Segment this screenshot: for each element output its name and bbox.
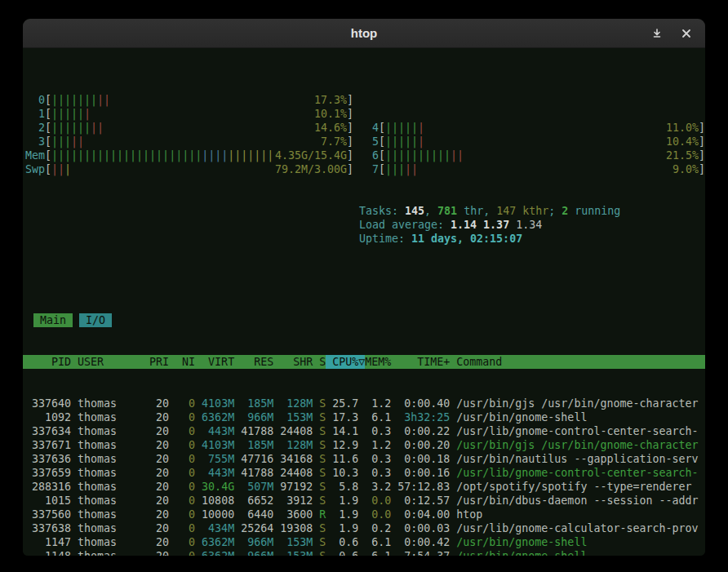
cell-ni: 0 <box>169 397 195 410</box>
meter-pipe-group: |||||||||| <box>385 149 451 162</box>
summary-segment: 1.34 <box>516 219 542 231</box>
meter-bar: |||||7.7% <box>51 135 347 149</box>
process-row[interactable]: 337634thomas200443M4178824408S14.10.30:0… <box>23 424 705 438</box>
cpu-1-meter: 1[||||||10.1%] <box>23 107 353 121</box>
header-user[interactable]: USER <box>78 355 143 369</box>
tab-io[interactable]: I/O <box>79 313 112 327</box>
cell-ni: 0 <box>169 508 195 521</box>
process-table-header: PIDUSERPRINIVIRTRESSHRSCPU%▽MEM%TIME+Com… <box>23 355 705 369</box>
process-row[interactable]: 337636thomas200755M4771634168S11.60.30:0… <box>23 452 705 466</box>
meter-bracket-open: [ <box>45 149 51 162</box>
cell-cpu-pct: 25.7 <box>326 397 358 410</box>
cell-res: 185M <box>234 438 273 452</box>
cell-pid: 337560 <box>25 508 71 521</box>
summary-area: Tasks: 145, 781 thr, 147 kthr; 2 running… <box>357 204 705 246</box>
header-s[interactable]: S <box>313 355 326 369</box>
header-pid[interactable]: PID <box>25 355 71 369</box>
cell-ni: 0 <box>169 452 195 466</box>
cell-state: S <box>313 480 326 494</box>
htop-screen: 0[|||||||||17.3%]1[||||||10.1%]2[|||||||… <box>23 48 705 556</box>
minimize-icon[interactable] <box>650 26 664 41</box>
process-row[interactable]: 337640thomas2004103M185M128MS25.71.20:00… <box>23 397 705 410</box>
cell-user: thomas <box>78 494 143 508</box>
process-row[interactable]: 288316thomas20030.4G507M97192S5.83.257:1… <box>23 480 705 494</box>
summary-segment: Uptime: <box>359 233 411 245</box>
cell-pri: 20 <box>143 466 169 480</box>
process-row[interactable]: 1147thomas2006362M966M153MS0.66.10:00.42… <box>23 535 705 549</box>
cell-shr: 24408 <box>273 466 313 480</box>
cell-command: /opt/spotify/spotify --type=renderer <box>456 480 700 494</box>
process-row[interactable]: 1015thomas2001080866523912S1.90.00:12.57… <box>23 494 705 508</box>
cell-command: /usr/bin/gjs /usr/bin/gnome-character <box>456 438 700 452</box>
cell-shr: 128M <box>273 438 313 452</box>
cpu-4-meter: 4[||||||11.0%] <box>357 121 705 135</box>
header-shr[interactable]: SHR <box>273 355 313 369</box>
cell-pri: 20 <box>143 424 169 438</box>
meter-pipe-group: || <box>51 163 64 175</box>
meter-pipes: ||||||||||||||||||||||||||||||||||||||| <box>51 149 306 162</box>
cell-res: 185M <box>234 397 273 410</box>
cell-res: 47716 <box>234 452 273 466</box>
meters-right-column: 4[||||||11.0%]5[||||||10.4%]6[||||||||||… <box>357 93 705 273</box>
process-table: 337640thomas2004103M185M128MS25.71.20:00… <box>23 397 705 556</box>
cell-cpu-pct: 0.6 <box>326 535 358 549</box>
header-cpu[interactable]: CPU%▽ <box>326 355 365 369</box>
cpu-5-meter: 5[||||||10.4%] <box>357 135 705 149</box>
cell-time: 0:00.18 <box>391 452 450 466</box>
process-row[interactable]: 337671thomas2004103M185M128MS12.91.20:00… <box>23 438 705 452</box>
header-mem[interactable]: MEM% <box>365 355 391 369</box>
process-row[interactable]: 1148thomas2006362M966M153MS0.66.17:54.37… <box>23 549 705 556</box>
meter-bracket-open: [ <box>379 162 385 176</box>
summary-segment: thr <box>457 205 483 217</box>
cell-shr: 34168 <box>273 452 313 466</box>
cell-time: 3h32:25 <box>391 410 450 424</box>
close-icon[interactable] <box>679 26 694 41</box>
cell-shr: 153M <box>273 549 313 556</box>
cell-command: /usr/lib/gnome-calculator-search-prov <box>456 521 700 535</box>
tab-main[interactable]: Main <box>33 313 73 327</box>
cell-pid: 337659 <box>25 466 71 480</box>
header-virt[interactable]: VIRT <box>195 355 234 369</box>
meter-label: 2 <box>25 121 45 135</box>
process-row[interactable]: 1092thomas2006362M966M153MS17.36.13h32:2… <box>23 410 705 424</box>
header-ni[interactable]: NI <box>169 355 195 369</box>
cell-pri: 20 <box>143 397 169 410</box>
cell-mem-pct: 0.0 <box>358 508 391 521</box>
header-pri[interactable]: PRI <box>143 355 169 369</box>
header-res[interactable]: RES <box>234 355 273 369</box>
tasks-line: Tasks: 145, 781 thr, 147 kthr; 2 running <box>357 204 705 218</box>
cell-mem-pct: 0.2 <box>358 521 391 535</box>
process-row[interactable]: 337659thomas200443M4178824408S10.30.30:0… <box>23 466 705 480</box>
meter-value: 14.6% <box>313 121 347 135</box>
titlebar[interactable]: htop <box>23 19 705 48</box>
summary-segment: 11 days, 02:15:07 <box>411 233 522 245</box>
cell-state: S <box>313 549 326 556</box>
cell-res: 41788 <box>234 466 273 480</box>
cell-res: 6440 <box>234 508 273 521</box>
meters-area: 0[|||||||||17.3%]1[||||||10.1%]2[|||||||… <box>23 76 705 273</box>
cell-res: 507M <box>234 480 273 494</box>
cell-user: thomas <box>78 410 143 424</box>
cell-time: 0:00.20 <box>391 438 450 452</box>
meter-pipe-group: ||||| <box>51 108 84 120</box>
cell-pri: 20 <box>143 494 169 508</box>
summary-segment: Load average: <box>359 219 451 231</box>
meter-bracket-open: [ <box>45 121 51 135</box>
cell-res: 966M <box>234 535 273 549</box>
cell-virt: 443M <box>195 424 234 438</box>
cell-virt: 4103M <box>195 397 234 410</box>
cell-cpu-pct: 11.6 <box>326 452 358 466</box>
cell-user: thomas <box>78 549 143 556</box>
cell-state: S <box>313 494 326 508</box>
cell-pid: 1092 <box>25 410 71 424</box>
window-title: htop <box>351 26 377 40</box>
cell-state: S <box>313 535 326 549</box>
header-command[interactable]: Command <box>456 355 700 369</box>
header-time[interactable]: TIME+ <box>391 355 450 369</box>
process-row[interactable]: 337560thomas2001000064403600R1.90.00:04.… <box>23 508 705 521</box>
cell-time: 0:00.16 <box>391 466 450 480</box>
process-row[interactable]: 337638thomas200434M2526419308S1.90.20:00… <box>23 521 705 535</box>
meter-bar: ||||||||||||21.5% <box>385 149 699 162</box>
cell-pid: 288316 <box>25 480 71 494</box>
cell-res: 25264 <box>234 521 273 535</box>
